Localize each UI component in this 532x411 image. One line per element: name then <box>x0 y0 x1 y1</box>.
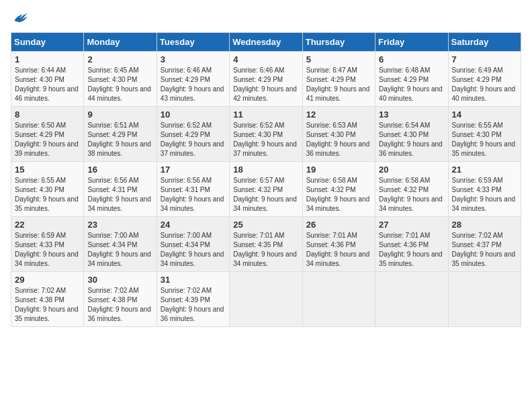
weekday-header-cell: Friday <box>375 33 448 52</box>
logo <box>11 11 28 24</box>
day-info: Sunrise: 7:01 AM Sunset: 4:36 PM Dayligh… <box>306 231 371 269</box>
day-number: 15 <box>15 165 80 175</box>
day-info: Sunrise: 6:56 AM Sunset: 4:31 PM Dayligh… <box>161 176 226 214</box>
day-number: 9 <box>87 109 152 120</box>
calendar-day-cell: 7 Sunrise: 6:49 AM Sunset: 4:29 PM Dayli… <box>448 52 521 107</box>
calendar-day-cell: 13 Sunrise: 6:54 AM Sunset: 4:30 PM Dayl… <box>375 107 448 162</box>
calendar-day-cell: 17 Sunrise: 6:56 AM Sunset: 4:31 PM Dayl… <box>157 162 229 217</box>
calendar-day-cell: 16 Sunrise: 6:56 AM Sunset: 4:31 PM Dayl… <box>84 162 157 217</box>
day-number: 11 <box>233 109 298 120</box>
day-info: Sunrise: 6:45 AM Sunset: 4:30 PM Dayligh… <box>87 66 152 103</box>
weekday-header-cell: Monday <box>84 33 157 52</box>
day-info: Sunrise: 7:02 AM Sunset: 4:38 PM Dayligh… <box>15 286 80 324</box>
day-info: Sunrise: 6:52 AM Sunset: 4:29 PM Dayligh… <box>161 121 226 158</box>
calendar-day-cell: 24 Sunrise: 7:00 AM Sunset: 4:34 PM Dayl… <box>157 217 229 272</box>
day-info: Sunrise: 6:57 AM Sunset: 4:32 PM Dayligh… <box>233 176 298 214</box>
day-number: 30 <box>87 275 152 285</box>
calendar-day-cell: 14 Sunrise: 6:55 AM Sunset: 4:30 PM Dayl… <box>448 107 521 162</box>
calendar-day-cell: 26 Sunrise: 7:01 AM Sunset: 4:36 PM Dayl… <box>302 217 375 272</box>
day-number: 22 <box>15 220 80 230</box>
day-info: Sunrise: 6:49 AM Sunset: 4:29 PM Dayligh… <box>452 66 517 103</box>
day-info: Sunrise: 6:55 AM Sunset: 4:30 PM Dayligh… <box>15 176 80 214</box>
day-number: 8 <box>15 109 80 120</box>
day-number: 20 <box>379 165 444 175</box>
day-info: Sunrise: 6:46 AM Sunset: 4:29 PM Dayligh… <box>161 66 226 103</box>
calendar-week-row: 22 Sunrise: 6:59 AM Sunset: 4:33 PM Dayl… <box>11 217 521 272</box>
day-info: Sunrise: 6:53 AM Sunset: 4:30 PM Dayligh… <box>306 121 371 158</box>
day-info: Sunrise: 7:00 AM Sunset: 4:34 PM Dayligh… <box>87 231 152 269</box>
day-number: 19 <box>306 165 371 175</box>
calendar-week-row: 15 Sunrise: 6:55 AM Sunset: 4:30 PM Dayl… <box>11 162 521 217</box>
calendar-table: SundayMondayTuesdayWednesdayThursdayFrid… <box>11 32 521 327</box>
day-info: Sunrise: 7:01 AM Sunset: 4:36 PM Dayligh… <box>379 231 444 269</box>
day-info: Sunrise: 7:02 AM Sunset: 4:39 PM Dayligh… <box>161 286 226 324</box>
day-number: 6 <box>379 54 444 64</box>
day-number: 4 <box>233 54 298 64</box>
day-info: Sunrise: 6:54 AM Sunset: 4:30 PM Dayligh… <box>379 121 444 158</box>
calendar-day-cell: 4 Sunrise: 6:46 AM Sunset: 4:29 PM Dayli… <box>230 52 302 107</box>
day-number: 2 <box>87 54 152 64</box>
calendar-day-cell: 5 Sunrise: 6:47 AM Sunset: 4:29 PM Dayli… <box>302 52 375 107</box>
calendar-week-row: 1 Sunrise: 6:44 AM Sunset: 4:30 PM Dayli… <box>11 52 521 107</box>
day-info: Sunrise: 6:51 AM Sunset: 4:29 PM Dayligh… <box>87 121 152 158</box>
weekday-header-cell: Saturday <box>448 33 521 52</box>
logo-bird-icon <box>12 11 28 24</box>
day-number: 13 <box>379 109 444 120</box>
calendar-day-cell <box>302 272 375 327</box>
calendar-week-row: 29 Sunrise: 7:02 AM Sunset: 4:38 PM Dayl… <box>11 272 521 327</box>
day-number: 21 <box>452 165 517 175</box>
calendar-day-cell: 9 Sunrise: 6:51 AM Sunset: 4:29 PM Dayli… <box>84 107 157 162</box>
day-number: 25 <box>233 220 298 230</box>
day-info: Sunrise: 7:01 AM Sunset: 4:35 PM Dayligh… <box>233 231 298 269</box>
calendar-day-cell: 2 Sunrise: 6:45 AM Sunset: 4:30 PM Dayli… <box>84 52 157 107</box>
day-info: Sunrise: 6:52 AM Sunset: 4:30 PM Dayligh… <box>233 121 298 158</box>
calendar-day-cell: 12 Sunrise: 6:53 AM Sunset: 4:30 PM Dayl… <box>302 107 375 162</box>
day-info: Sunrise: 6:56 AM Sunset: 4:31 PM Dayligh… <box>87 176 152 214</box>
calendar-day-cell: 18 Sunrise: 6:57 AM Sunset: 4:32 PM Dayl… <box>230 162 302 217</box>
calendar-day-cell: 23 Sunrise: 7:00 AM Sunset: 4:34 PM Dayl… <box>84 217 157 272</box>
day-number: 31 <box>161 275 226 285</box>
day-info: Sunrise: 7:00 AM Sunset: 4:34 PM Dayligh… <box>161 231 226 269</box>
calendar-day-cell: 10 Sunrise: 6:52 AM Sunset: 4:29 PM Dayl… <box>157 107 229 162</box>
calendar-day-cell: 30 Sunrise: 7:02 AM Sunset: 4:38 PM Dayl… <box>84 272 157 327</box>
day-info: Sunrise: 7:02 AM Sunset: 4:38 PM Dayligh… <box>87 286 152 324</box>
calendar-day-cell: 19 Sunrise: 6:58 AM Sunset: 4:32 PM Dayl… <box>302 162 375 217</box>
weekday-header-cell: Thursday <box>302 33 375 52</box>
day-info: Sunrise: 6:48 AM Sunset: 4:29 PM Dayligh… <box>379 66 444 103</box>
weekday-header-cell: Sunday <box>11 33 84 52</box>
day-number: 24 <box>161 220 226 230</box>
day-info: Sunrise: 7:02 AM Sunset: 4:37 PM Dayligh… <box>452 231 517 269</box>
calendar-header-row: SundayMondayTuesdayWednesdayThursdayFrid… <box>11 33 521 52</box>
day-number: 29 <box>15 275 80 285</box>
day-number: 23 <box>87 220 152 230</box>
day-number: 17 <box>161 165 226 175</box>
calendar-day-cell: 3 Sunrise: 6:46 AM Sunset: 4:29 PM Dayli… <box>157 52 229 107</box>
calendar-day-cell: 27 Sunrise: 7:01 AM Sunset: 4:36 PM Dayl… <box>375 217 448 272</box>
calendar-day-cell: 29 Sunrise: 7:02 AM Sunset: 4:38 PM Dayl… <box>11 272 84 327</box>
day-info: Sunrise: 6:55 AM Sunset: 4:30 PM Dayligh… <box>452 121 517 158</box>
day-number: 27 <box>379 220 444 230</box>
calendar-day-cell: 15 Sunrise: 6:55 AM Sunset: 4:30 PM Dayl… <box>11 162 84 217</box>
day-info: Sunrise: 6:46 AM Sunset: 4:29 PM Dayligh… <box>233 66 298 103</box>
day-info: Sunrise: 6:44 AM Sunset: 4:30 PM Dayligh… <box>15 66 80 103</box>
day-number: 14 <box>452 109 517 120</box>
calendar-day-cell: 6 Sunrise: 6:48 AM Sunset: 4:29 PM Dayli… <box>375 52 448 107</box>
calendar-day-cell: 22 Sunrise: 6:59 AM Sunset: 4:33 PM Dayl… <box>11 217 84 272</box>
day-number: 16 <box>87 165 152 175</box>
day-number: 18 <box>233 165 298 175</box>
day-number: 12 <box>306 109 371 120</box>
day-info: Sunrise: 6:59 AM Sunset: 4:33 PM Dayligh… <box>452 176 517 214</box>
day-number: 28 <box>452 220 517 230</box>
day-number: 10 <box>161 109 226 120</box>
header <box>11 11 521 24</box>
day-info: Sunrise: 6:50 AM Sunset: 4:29 PM Dayligh… <box>15 121 80 158</box>
calendar-week-row: 8 Sunrise: 6:50 AM Sunset: 4:29 PM Dayli… <box>11 107 521 162</box>
day-number: 26 <box>306 220 371 230</box>
weekday-header-cell: Tuesday <box>157 33 229 52</box>
day-info: Sunrise: 6:59 AM Sunset: 4:33 PM Dayligh… <box>15 231 80 269</box>
calendar-day-cell: 8 Sunrise: 6:50 AM Sunset: 4:29 PM Dayli… <box>11 107 84 162</box>
day-number: 3 <box>161 54 226 64</box>
calendar-day-cell: 11 Sunrise: 6:52 AM Sunset: 4:30 PM Dayl… <box>230 107 302 162</box>
calendar-body: 1 Sunrise: 6:44 AM Sunset: 4:30 PM Dayli… <box>11 52 521 327</box>
day-info: Sunrise: 6:58 AM Sunset: 4:32 PM Dayligh… <box>379 176 444 214</box>
